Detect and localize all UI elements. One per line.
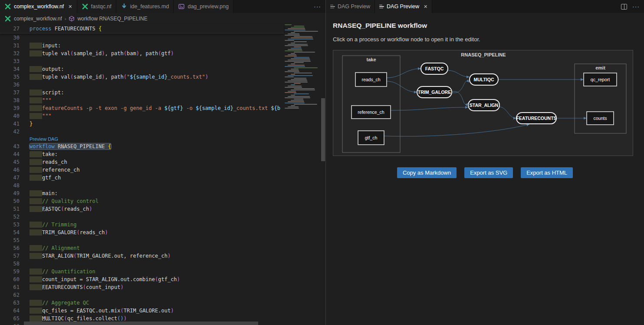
dag-edge-reference_ch-STAR_ALIGN: [391, 107, 468, 110]
line-content: [20, 236, 30, 244]
line-number: 62: [0, 291, 20, 299]
code-line-55[interactable]: 55: [0, 236, 284, 244]
dag-node-TRIM_GALORE[interactable]: TRIM_GALORE: [417, 86, 452, 98]
code-line-42[interactable]: 42: [0, 128, 284, 136]
line-number: 35: [0, 73, 20, 81]
minimap-line: [291, 95, 295, 96]
minimap-line: [291, 48, 302, 49]
code-line-32[interactable]: 32 tuple val(sample_id), path(bam), path…: [0, 50, 284, 57]
minimap-line: [294, 31, 318, 32]
more-actions-button[interactable]: ···: [632, 3, 640, 10]
tab-dag-preview-r0[interactable]: DAG Preview: [326, 0, 375, 13]
dag-node-STAR_ALIGN[interactable]: STAR_ALIGN: [468, 99, 499, 111]
code-editor[interactable]: 27process FEATURECOUNTS { 3031 input:32 …: [0, 24, 325, 325]
dag-node-qc_report[interactable]: qc_report: [584, 73, 617, 86]
minimap-line: [288, 49, 302, 50]
code-line-44[interactable]: 44 take:: [0, 150, 284, 158]
code-line-38[interactable]: 38 """: [0, 96, 284, 104]
minimap-line: [294, 104, 317, 105]
dag-node-MULTIQC[interactable]: MULTIQC: [470, 74, 498, 85]
tab-close-icon[interactable]: ✕: [424, 4, 427, 10]
tab-dag-preview-png-l3[interactable]: dag_preview.png: [174, 0, 233, 13]
dag-node-FASTQC[interactable]: FASTQC: [421, 63, 448, 74]
line-number: 61: [0, 283, 20, 291]
minimap-line: [285, 50, 302, 51]
code-line-52[interactable]: 52: [0, 213, 284, 221]
minimap[interactable]: [284, 24, 321, 325]
code-line-56[interactable]: 56 // Alignment: [0, 244, 284, 252]
tab-complex-workflow-nf-l0[interactable]: complex_workflow.nf✕: [0, 0, 77, 13]
line-number: 44: [0, 150, 20, 158]
code-line-35[interactable]: 35 tuple val(sample_id), path("${sample_…: [0, 73, 284, 81]
tab-ide-features-md-l2[interactable]: ide_features.md: [116, 0, 174, 13]
split-editor-icon[interactable]: [621, 4, 627, 10]
code-line-49[interactable]: 49 main:: [0, 189, 284, 197]
editor-group-left: complex_workflow.nf✕fastqc.nfide_feature…: [0, 0, 325, 325]
code-line-60[interactable]: 60 count_input = STAR_ALIGN.out.combine(…: [0, 275, 284, 283]
code-line-59[interactable]: 59 // Quantification: [0, 268, 284, 275]
code-line-46[interactable]: 46 reference_ch: [0, 166, 284, 174]
line-number: 65: [0, 315, 20, 322]
export-as-svg-button[interactable]: Export as SVG: [464, 167, 513, 178]
line-content: gtf_ch: [20, 174, 61, 182]
code-line-40[interactable]: 40 """: [0, 112, 284, 120]
code-line-57[interactable]: 57 STAR_ALIGN(TRIM_GALORE.out, reference…: [0, 252, 284, 260]
line-number: 43: [0, 143, 20, 150]
minimap-line: [294, 99, 303, 99]
dag-node-FEATURECOUNTS[interactable]: FEATURECOUNTS: [516, 113, 556, 124]
minimap-line: [294, 26, 304, 27]
tab-close-icon[interactable]: ✕: [68, 4, 72, 10]
code-line-54[interactable]: 54 TRIM_GALORE(reads_ch): [0, 229, 284, 236]
code-line-51[interactable]: 51 FASTQC(reads_ch): [0, 205, 284, 213]
code-line-34[interactable]: 34 output:: [0, 65, 284, 73]
code-line-64[interactable]: 64 qc_files = FASTQC.out.mix(TRIM_GALORE…: [0, 307, 284, 315]
code-line-33[interactable]: 33: [0, 57, 284, 65]
code-line-63[interactable]: 63 // Aggregate QC: [0, 299, 284, 307]
export-as-html-button[interactable]: Export as HTML: [521, 167, 573, 178]
minimap-line: [288, 75, 313, 76]
code-line-39[interactable]: 39 featureCounts -p -t exon -g gene_id -…: [0, 104, 284, 112]
code-line-50[interactable]: 50 // Quality control: [0, 197, 284, 205]
minimap-line: [288, 60, 310, 60]
line-content: [20, 182, 30, 189]
code-line-27[interactable]: 27process FEATURECOUNTS {: [0, 24, 284, 33]
dag-node-counts[interactable]: counts: [587, 112, 614, 125]
code-line-41[interactable]: 41}: [0, 120, 284, 128]
minimap-line: [288, 39, 313, 40]
code-line-62[interactable]: 62: [0, 291, 284, 299]
tab-overflow-button[interactable]: ···: [314, 3, 321, 10]
code-line-43[interactable]: 43workflow RNASEQ_PIPELINE {: [0, 143, 284, 150]
code-line-58[interactable]: 58: [0, 260, 284, 268]
codelens-preview-dag[interactable]: Preview DAG: [0, 136, 284, 143]
vertical-scrollbar[interactable]: [321, 24, 325, 325]
minimap-line: [294, 52, 315, 53]
code-line-45[interactable]: 45 reads_ch: [0, 158, 284, 166]
dag-node-gtf_ch[interactable]: gtf_ch: [358, 131, 384, 145]
dag-node-reads_ch[interactable]: reads_ch: [355, 73, 387, 86]
code-line-47[interactable]: 47 gtf_ch: [0, 174, 284, 182]
sticky-scroll-line[interactable]: 27process FEATURECOUNTS {: [0, 24, 284, 33]
horizontal-scrollbar[interactable]: [24, 322, 258, 325]
breadcrumb[interactable]: complex_workflow.nf › workflow RNASEQ_PI…: [0, 13, 325, 24]
vscode-window: complex_workflow.nf✕fastqc.nfide_feature…: [0, 0, 644, 325]
vertical-scrollbar-thumb[interactable]: [321, 98, 325, 161]
code-line-36[interactable]: 36: [0, 81, 284, 89]
code-line-30[interactable]: 30: [0, 34, 284, 42]
breadcrumb-symbol[interactable]: workflow RNASEQ_PIPELINE: [77, 16, 147, 22]
nextflow-icon: [4, 15, 11, 22]
code-area[interactable]: 3031 input:32 tuple val(sample_id), path…: [0, 34, 284, 325]
code-line-37[interactable]: 37 script:: [0, 89, 284, 96]
breadcrumb-file[interactable]: complex_workflow.nf: [14, 16, 62, 22]
dag-node-reference_ch[interactable]: reference_ch: [352, 106, 391, 119]
code-line-61[interactable]: 61 FEATURECOUNTS(count_input): [0, 283, 284, 291]
code-line-53[interactable]: 53 // Trimming: [0, 221, 284, 229]
code-line-31[interactable]: 31 input:: [0, 42, 284, 50]
dag-outer-label: RNASEQ_PIPELINE: [461, 52, 506, 57]
code-line-48[interactable]: 48: [0, 182, 284, 189]
copy-as-markdown-button[interactable]: Copy as Markdown: [397, 167, 457, 178]
line-content: take:: [20, 150, 58, 158]
line-content: workflow RNASEQ_PIPELINE {: [20, 143, 111, 150]
tab-dag-preview-r1[interactable]: DAG Preview✕: [375, 0, 432, 13]
minimap-line: [294, 62, 304, 63]
tab-fastqc-nf-l1[interactable]: fastqc.nf: [77, 0, 116, 13]
